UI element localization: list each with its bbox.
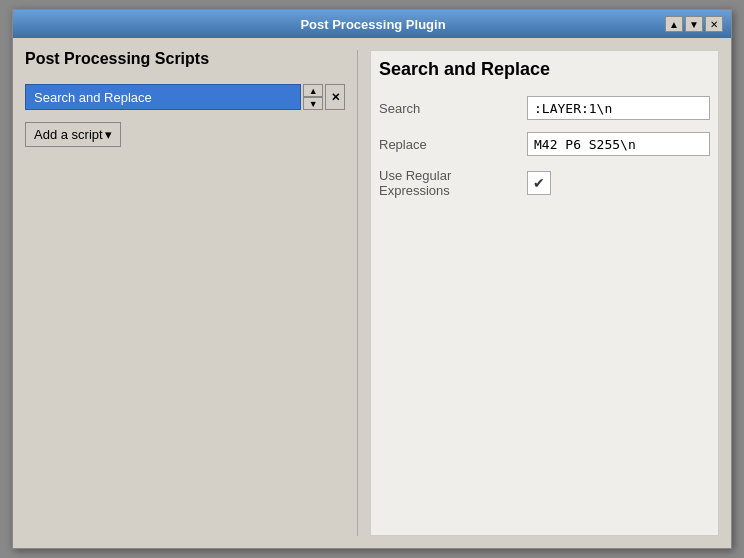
- right-panel-title: Search and Replace: [379, 59, 710, 80]
- title-bar: Post Processing Plugin ▲ ▼ ✕: [13, 10, 731, 38]
- search-label: Search: [379, 101, 519, 116]
- restore-button[interactable]: ▼: [685, 16, 703, 32]
- add-script-button[interactable]: Add a script ▾: [25, 122, 121, 147]
- replace-row: Replace: [379, 132, 710, 156]
- main-window: Post Processing Plugin ▲ ▼ ✕ Post Proces…: [12, 9, 732, 549]
- script-list-row: Search and Replace ▲ ▼ ✕: [25, 84, 345, 110]
- panel-divider: [357, 50, 358, 536]
- add-script-label: Add a script: [34, 127, 103, 142]
- search-row: Search: [379, 96, 710, 120]
- left-panel-title: Post Processing Scripts: [25, 50, 345, 68]
- replace-label: Replace: [379, 137, 519, 152]
- search-input[interactable]: [527, 96, 710, 120]
- regex-checkbox[interactable]: ✔: [527, 171, 551, 195]
- regex-row: Use Regular Expressions ✔: [379, 168, 710, 198]
- delete-script-button[interactable]: ✕: [325, 84, 345, 110]
- left-panel: Post Processing Scripts Search and Repla…: [25, 50, 345, 536]
- close-button[interactable]: ✕: [705, 16, 723, 32]
- script-item-search-replace[interactable]: Search and Replace: [25, 84, 301, 110]
- regex-label: Use Regular Expressions: [379, 168, 519, 198]
- checkmark-icon: ✔: [533, 175, 545, 191]
- title-bar-buttons: ▲ ▼ ✕: [665, 16, 723, 32]
- replace-input[interactable]: [527, 132, 710, 156]
- script-list-container: Search and Replace ▲ ▼ ✕: [25, 84, 345, 110]
- window-content: Post Processing Scripts Search and Repla…: [13, 38, 731, 548]
- move-up-button[interactable]: ▲: [303, 84, 323, 97]
- script-item-label: Search and Replace: [34, 90, 152, 105]
- window-title: Post Processing Plugin: [81, 17, 665, 32]
- script-arrow-group: ▲ ▼: [303, 84, 323, 110]
- add-script-arrow-icon: ▾: [105, 127, 112, 142]
- minimize-button[interactable]: ▲: [665, 16, 683, 32]
- move-down-button[interactable]: ▼: [303, 97, 323, 110]
- right-panel: Search and Replace Search Replace Use Re…: [370, 50, 719, 536]
